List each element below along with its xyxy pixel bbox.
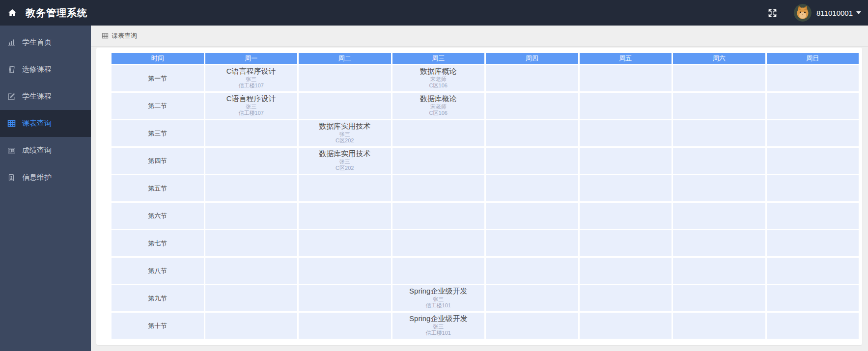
id-card-icon	[7, 173, 16, 182]
period-label: 第八节	[112, 258, 204, 284]
bar-chart-icon	[7, 38, 16, 47]
avatar[interactable]	[794, 4, 812, 22]
teacher-name: 宋老师	[392, 76, 485, 83]
top-navbar: 教务管理系统 81101000	[0, 0, 868, 26]
timetable-cell	[767, 258, 859, 284]
book-icon	[7, 65, 16, 74]
timetable-cell	[299, 175, 391, 201]
course-name: C语言程序设计	[205, 94, 298, 104]
period-label: 第九节	[112, 285, 204, 311]
sidebar-item-label: 学生课程	[22, 92, 52, 101]
timetable-cell	[486, 203, 578, 229]
timetable-cell	[299, 203, 391, 229]
app-title: 教务管理系统	[26, 6, 87, 20]
timetable-cell	[580, 148, 672, 174]
timetable-cell	[299, 93, 391, 119]
timetable-cell	[205, 313, 298, 339]
course-name: Spring企业级开发	[392, 314, 485, 324]
timetable-cell	[486, 230, 578, 256]
sidebar-item-6[interactable]: 信息维护	[0, 164, 91, 191]
edit-icon	[7, 92, 16, 101]
breadcrumb-label: 课表查询	[112, 31, 137, 40]
course-name: 数据库实用技术	[299, 121, 391, 131]
timetable-cell: Spring企业级开发张三信工楼101	[392, 313, 485, 339]
timetable-cell	[767, 285, 859, 311]
timetable-cell	[392, 148, 485, 174]
timetable-row: 第五节	[112, 175, 859, 201]
timetable-cell	[205, 230, 298, 256]
sidebar-item-1[interactable]: 学生首页	[0, 29, 91, 56]
timetable: 时间周一周二周三周四周五周六周日第一节C语言程序设计张三信工楼107数据库概论宋…	[110, 52, 860, 340]
table-icon	[102, 32, 109, 39]
timetable-row: 第七节	[112, 230, 859, 256]
timetable-cell	[486, 120, 578, 146]
timetable-cell	[767, 120, 859, 146]
timetable-cell	[486, 65, 578, 91]
timetable-row: 第九节Spring企业级开发张三信工楼101	[112, 285, 859, 311]
column-header: 周二	[299, 53, 391, 64]
timetable-cell: Spring企业级开发张三信工楼101	[392, 285, 485, 311]
sidebar: 学生首页选修课程学生课程课表查询成绩查询信息维护	[0, 26, 91, 351]
course-name: Spring企业级开发	[392, 286, 485, 296]
room-name: 信工楼107	[205, 110, 298, 117]
room-name: 信工楼101	[392, 302, 485, 309]
teacher-name: 张三	[392, 296, 485, 303]
room-name: 信工楼101	[392, 330, 485, 337]
teacher-name: 张三	[205, 76, 298, 83]
timetable-cell	[580, 230, 672, 256]
timetable-cell	[580, 258, 672, 284]
timetable-cell	[673, 148, 765, 174]
course-name: 数据库概论	[392, 94, 485, 104]
timetable-cell	[580, 203, 672, 229]
sidebar-item-3[interactable]: 学生课程	[0, 83, 91, 110]
timetable-cell	[299, 313, 391, 339]
timetable-cell	[205, 120, 298, 146]
timetable-row: 第四节数据库实用技术张三C区202	[112, 148, 859, 174]
timetable-cell	[486, 258, 578, 284]
sidebar-item-2[interactable]: 选修课程	[0, 56, 91, 83]
chevron-down-icon[interactable]	[856, 11, 861, 14]
course-name: 数据库概论	[392, 66, 485, 76]
breadcrumb: 课表查询	[91, 26, 868, 47]
timetable-cell	[486, 175, 578, 201]
timetable-cell	[299, 285, 391, 311]
column-header: 周六	[673, 53, 765, 64]
sidebar-item-label: 选修课程	[22, 65, 52, 74]
sidebar-item-label: 信息维护	[22, 173, 52, 182]
timetable-cell	[767, 93, 859, 119]
timetable-card: 时间周一周二周三周四周五周六周日第一节C语言程序设计张三信工楼107数据库概论宋…	[96, 48, 862, 345]
timetable-cell	[767, 148, 859, 174]
sidebar-item-4[interactable]: 课表查询	[0, 110, 91, 137]
fullscreen-icon[interactable]	[767, 7, 778, 18]
room-name: C区106	[392, 82, 485, 89]
timetable-cell	[392, 120, 485, 146]
timetable-cell: 数据库实用技术张三C区202	[299, 120, 391, 146]
timetable-cell	[673, 313, 765, 339]
sidebar-item-label: 成绩查询	[22, 146, 52, 155]
app-window: 教务管理系统 81101000	[0, 0, 868, 351]
column-header: 周一	[205, 53, 298, 64]
column-header: 时间	[112, 53, 204, 64]
timetable-cell: C语言程序设计张三信工楼107	[205, 93, 298, 119]
timetable-cell	[299, 65, 391, 91]
home-icon[interactable]	[7, 7, 18, 18]
timetable-cell	[580, 175, 672, 201]
teacher-name: 张三	[299, 131, 391, 138]
timetable-cell	[205, 175, 298, 201]
timetable-header-row: 时间周一周二周三周四周五周六周日	[112, 53, 859, 64]
course-name: 数据库实用技术	[299, 149, 391, 159]
timetable-cell	[299, 230, 391, 256]
timetable-cell	[673, 285, 765, 311]
user-id[interactable]: 811010001	[816, 9, 853, 17]
timetable-cell	[486, 93, 578, 119]
teacher-name: 张三	[392, 324, 485, 330]
period-label: 第一节	[112, 65, 204, 91]
sidebar-item-5[interactable]: 成绩查询	[0, 137, 91, 164]
timetable-cell	[673, 230, 765, 256]
table-icon	[7, 119, 16, 128]
column-header: 周五	[580, 53, 672, 64]
navbar-right: 811010001	[767, 4, 861, 22]
room-name: C区106	[392, 110, 485, 117]
timetable-cell	[767, 313, 859, 339]
timetable-cell	[392, 203, 485, 229]
